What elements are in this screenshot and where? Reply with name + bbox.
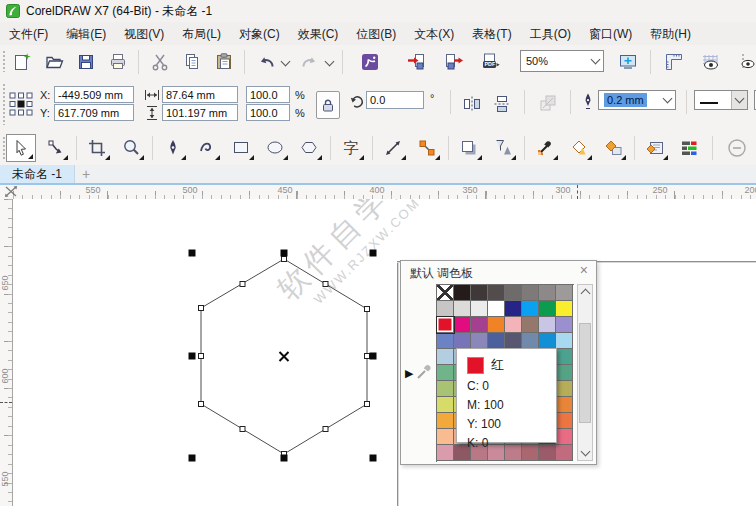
palette-swatch[interactable] xyxy=(437,365,454,381)
undo-dropdown[interactable] xyxy=(280,57,291,68)
zoom-level-dropdown[interactable] xyxy=(588,51,603,71)
ruler-origin-icon[interactable] xyxy=(4,185,18,198)
palette-swatch[interactable] xyxy=(437,333,454,349)
menu-object[interactable]: 对象(C) xyxy=(230,23,289,45)
rotation-angle-input[interactable] xyxy=(366,91,424,109)
menu-table[interactable]: 表格(T) xyxy=(463,23,520,45)
redo-dropdown[interactable] xyxy=(324,57,335,68)
redo-button[interactable] xyxy=(296,48,324,76)
scroll-up-button[interactable] xyxy=(578,285,592,299)
palette-flyout-arrow-icon[interactable]: ▶ xyxy=(405,367,413,379)
open-document-button[interactable] xyxy=(40,48,68,76)
new-document-button[interactable] xyxy=(8,48,36,76)
menu-layout[interactable]: 布局(L) xyxy=(173,23,230,45)
palette-swatch[interactable] xyxy=(454,333,471,349)
color-eyedropper-tool[interactable] xyxy=(530,134,560,162)
lock-ratio-button[interactable] xyxy=(316,91,340,119)
palette-swatch[interactable] xyxy=(522,301,539,317)
palette-swatch[interactable] xyxy=(522,317,539,333)
palette-swatch[interactable] xyxy=(505,317,522,333)
save-button[interactable] xyxy=(72,48,100,76)
copy-button[interactable] xyxy=(178,48,206,76)
palette-swatch[interactable] xyxy=(437,317,454,333)
drop-shadow-tool[interactable] xyxy=(454,134,484,162)
new-tab-button[interactable]: + xyxy=(75,165,97,183)
palette-swatch[interactable] xyxy=(488,301,505,317)
content-exchange-button[interactable] xyxy=(356,48,384,76)
show-grid-button[interactable] xyxy=(696,48,724,76)
palette-swatch[interactable] xyxy=(454,301,471,317)
cut-button[interactable] xyxy=(146,48,174,76)
no-color-swatch[interactable] xyxy=(437,285,454,301)
polygon-tool[interactable] xyxy=(294,134,324,162)
menu-tools[interactable]: 工具(O) xyxy=(521,23,580,45)
palette-swatch[interactable] xyxy=(454,317,471,333)
color-settings-button[interactable] xyxy=(674,134,704,162)
menu-window[interactable]: 窗口(W) xyxy=(580,23,641,45)
drawing-canvas[interactable]: 软件自学网 WWW.RJZXW.COM xyxy=(13,199,756,506)
palette-swatch[interactable] xyxy=(556,365,573,381)
y-position-input[interactable] xyxy=(54,104,134,121)
menu-effects[interactable]: 效果(C) xyxy=(289,23,348,45)
menu-file[interactable]: 文件(F) xyxy=(0,23,57,45)
line-style-select[interactable] xyxy=(694,90,748,110)
mirror-horizontal-button[interactable] xyxy=(458,90,486,118)
palette-swatch[interactable] xyxy=(556,413,573,429)
scroll-down-button[interactable] xyxy=(578,446,592,460)
import-button[interactable] xyxy=(402,48,430,76)
palette-swatch[interactable] xyxy=(488,285,505,301)
palette-swatch[interactable] xyxy=(556,381,573,397)
palette-swatch[interactable] xyxy=(437,397,454,413)
palette-swatch[interactable] xyxy=(539,285,556,301)
pen-tool[interactable] xyxy=(158,134,188,162)
print-button[interactable] xyxy=(104,48,132,76)
palette-swatch[interactable] xyxy=(556,349,573,365)
palette-swatch[interactable] xyxy=(471,285,488,301)
show-rulers-button[interactable] xyxy=(660,48,688,76)
interactive-fill-tool[interactable] xyxy=(598,134,628,162)
palette-swatch[interactable] xyxy=(539,333,556,349)
palette-swatch[interactable] xyxy=(556,333,573,349)
palette-swatch[interactable] xyxy=(437,349,454,365)
line-style-dropdown[interactable] xyxy=(731,91,747,109)
smart-fill-tool[interactable] xyxy=(640,134,670,162)
palette-close-icon[interactable]: × xyxy=(580,263,588,277)
palette-swatch[interactable] xyxy=(471,333,488,349)
mirror-vertical-button[interactable] xyxy=(488,90,516,118)
collapse-toolbar-button[interactable] xyxy=(724,134,750,162)
zoom-tool[interactable] xyxy=(116,134,146,162)
menu-edit[interactable]: 编辑(E) xyxy=(57,23,115,45)
text-tool[interactable]: 字 xyxy=(336,134,366,162)
undo-button[interactable] xyxy=(252,48,280,76)
x-position-input[interactable] xyxy=(54,86,134,103)
fullscreen-preview-button[interactable] xyxy=(614,48,642,76)
palette-swatch[interactable] xyxy=(556,429,573,445)
palette-swatch[interactable] xyxy=(556,301,573,317)
menu-help[interactable]: 帮助(H) xyxy=(641,23,700,45)
scale-vertical-input[interactable] xyxy=(246,104,290,121)
rectangle-tool[interactable] xyxy=(226,134,256,162)
palette-eyedropper-icon[interactable] xyxy=(415,359,435,381)
palette-swatch[interactable] xyxy=(437,301,454,317)
pick-tool[interactable] xyxy=(6,134,36,162)
palette-swatch[interactable] xyxy=(437,381,454,397)
menu-view[interactable]: 视图(V) xyxy=(115,23,173,45)
palette-swatch[interactable] xyxy=(505,285,522,301)
vertical-ruler[interactable]: 700650600550 xyxy=(0,199,13,506)
palette-swatch[interactable] xyxy=(539,301,556,317)
paste-button[interactable] xyxy=(210,48,238,76)
ellipse-tool[interactable] xyxy=(260,134,290,162)
palette-swatch[interactable] xyxy=(471,317,488,333)
horizontal-ruler[interactable]: 550500450400350300250200 xyxy=(13,185,756,200)
connector-tool[interactable] xyxy=(412,134,442,162)
transparency-tool[interactable] xyxy=(488,134,518,162)
palette-swatch[interactable] xyxy=(556,317,573,333)
freehand-curve-tool[interactable] xyxy=(192,134,222,162)
scale-horizontal-input[interactable] xyxy=(246,86,290,103)
outline-width-dropdown[interactable] xyxy=(660,91,675,109)
menu-bitmaps[interactable]: 位图(B) xyxy=(347,23,405,45)
palette-swatch[interactable] xyxy=(437,429,454,445)
palette-swatch[interactable] xyxy=(505,301,522,317)
palette-scrollbar[interactable] xyxy=(577,284,593,461)
palette-swatch[interactable] xyxy=(488,333,505,349)
